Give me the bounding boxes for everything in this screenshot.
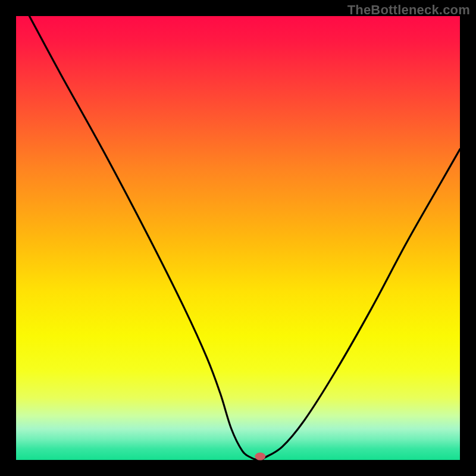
bottleneck-chart: [0, 0, 476, 476]
watermark-text: TheBottleneck.com: [347, 2, 470, 18]
optimal-point-marker: [255, 453, 265, 461]
chart-frame: TheBottleneck.com: [0, 0, 476, 476]
gradient-background: [16, 16, 460, 460]
